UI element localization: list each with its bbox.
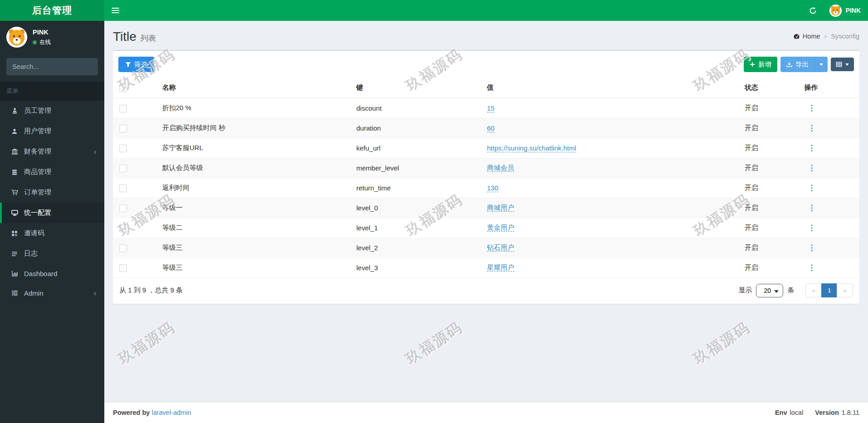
table-header-row: 名称 键 值 状态 操作 [113, 78, 859, 98]
refresh-icon [809, 7, 817, 15]
version-value: 1.8.11 [842, 409, 859, 416]
cell-key: discount [352, 98, 483, 118]
database-icon [10, 169, 19, 175]
table-row: 默认会员等级 member_level 商城会员 开启 ⋮ [113, 158, 859, 178]
cell-status: 开启 [740, 198, 800, 218]
plus-icon [750, 62, 755, 67]
user-name: PINK [846, 7, 861, 14]
row-checkbox[interactable] [119, 204, 127, 212]
cell-value-link[interactable]: 星耀用户 [487, 263, 514, 272]
per-page-label: 显示 [738, 286, 752, 295]
table-row: 等级三 level_3 星耀用户 开启 ⋮ [113, 258, 859, 278]
row-actions-button[interactable]: ⋮ [804, 203, 819, 213]
cell-value-link[interactable]: 130 [487, 184, 498, 192]
dashboard-icon [793, 33, 800, 40]
page-title-block: Title列表 [113, 29, 156, 44]
cell-name: 开启购买持续时间 秒 [158, 118, 352, 138]
cell-status: 开启 [740, 178, 800, 198]
page-subtitle: 列表 [141, 34, 156, 43]
sidebar-search [6, 58, 98, 75]
sidebar-toggle-button[interactable] [104, 0, 126, 21]
row-actions-button[interactable]: ⋮ [804, 143, 819, 153]
row-checkbox[interactable] [119, 145, 127, 152]
row-actions-button[interactable]: ⋮ [804, 263, 819, 272]
config-table: 名称 键 值 状态 操作 折扣20 % discount 15 开启 ⋮ 开启购… [113, 78, 859, 277]
row-checkbox[interactable] [119, 185, 127, 192]
sidebar-item-admin[interactable]: Admin ‹ [0, 283, 104, 303]
user-menu[interactable]: PINK [829, 0, 861, 21]
row-actions-button[interactable]: ⋮ [804, 223, 819, 233]
cell-name: 等级一 [158, 198, 352, 218]
cell-key: level_2 [352, 238, 483, 258]
main-footer: Powered by laravel-admin Envlocal Versio… [104, 402, 868, 423]
powered-by-label: Powered by [113, 409, 150, 416]
cell-value-link[interactable]: 黄金用户 [487, 224, 514, 232]
table-row: 等级三 level_2 钻石用户 开启 ⋮ [113, 238, 859, 258]
cell-value-link[interactable]: https://suning.su/chatlink.html [487, 144, 576, 152]
row-checkbox[interactable] [119, 165, 127, 172]
table-row: 等级二 level_1 黄金用户 开启 ⋮ [113, 218, 859, 238]
sidebar-item-staff[interactable]: 员工管理 ‹ [0, 101, 104, 121]
funnel-icon [125, 62, 131, 68]
cell-value-link[interactable]: 15 [487, 104, 495, 112]
cell-status: 开启 [740, 258, 800, 278]
sidebar-item-logs[interactable]: 日志 ‹ [0, 243, 104, 264]
version-label: Version [815, 409, 839, 416]
row-actions-button[interactable]: ⋮ [804, 123, 819, 133]
sidebar-item-dashboard[interactable]: Dashboard ‹ [0, 264, 104, 283]
table-grid-icon [836, 61, 842, 68]
sidebar-item-users[interactable]: 用户管理 ‹ [0, 121, 104, 141]
cell-name: 等级二 [158, 218, 352, 238]
row-checkbox[interactable] [119, 125, 127, 132]
cell-name: 苏宁客服URL [158, 138, 352, 158]
laravel-admin-link[interactable]: laravel-admin [151, 409, 191, 416]
sidebar: PINK 在线 菜单 员工管理 ‹ 用户管理 ‹ 财务管理 ‹ 商品管理 ‹ 订… [0, 21, 104, 423]
row-actions-button[interactable]: ⋮ [804, 243, 819, 253]
search-input[interactable] [6, 58, 98, 75]
sidebar-item-config[interactable]: 统一配置 ‹ [0, 203, 104, 223]
avatar [829, 5, 842, 17]
pagination-prev[interactable]: « [805, 283, 822, 297]
online-status-label: 在线 [39, 39, 51, 46]
table-row: 折扣20 % discount 15 开启 ⋮ [113, 98, 859, 118]
qrcode-icon [10, 230, 19, 237]
grid-box: 筛选 新增 导出 [113, 50, 859, 304]
pagination-next[interactable]: » [837, 283, 853, 297]
sidebar-user-name: PINK [33, 29, 51, 36]
column-selector-button[interactable] [831, 58, 854, 71]
sidebar-item-goods[interactable]: 商品管理 ‹ [0, 162, 104, 182]
column-header-value: 值 [483, 78, 740, 98]
select-all-checkbox[interactable] [119, 84, 127, 92]
pagination-page-1[interactable]: 1 [821, 283, 838, 297]
employee-icon [10, 107, 19, 114]
sidebar-item-orders[interactable]: 订单管理 ‹ [0, 182, 104, 203]
row-checkbox[interactable] [119, 264, 127, 272]
breadcrumb: Home > Sysconfig [793, 33, 859, 40]
page-size-select[interactable]: 20 [756, 284, 783, 297]
filter-button[interactable]: 筛选 [118, 57, 154, 72]
refresh-button[interactable] [807, 0, 819, 21]
row-checkbox[interactable] [119, 105, 127, 112]
export-button[interactable]: 导出 [780, 57, 814, 72]
row-actions-button[interactable]: ⋮ [804, 163, 819, 173]
cell-value-link[interactable]: 商城会员 [487, 164, 514, 172]
table-row: 等级一 level_0 商城用户 开启 ⋮ [113, 198, 859, 218]
cell-value-link[interactable]: 60 [487, 124, 495, 132]
content-area: Title列表 Home > Sysconfig 筛选 新增 [104, 21, 868, 402]
row-actions-button[interactable]: ⋮ [804, 183, 819, 193]
cell-value-link[interactable]: 钻石用户 [487, 243, 514, 252]
sidebar-item-finance[interactable]: 财务管理 ‹ [0, 141, 104, 162]
row-checkbox[interactable] [119, 244, 127, 252]
lines-icon [10, 251, 19, 257]
pagination: « 1 » [805, 283, 853, 297]
row-actions-button[interactable]: ⋮ [804, 103, 819, 113]
export-dropdown-toggle[interactable] [814, 57, 828, 72]
cell-value-link[interactable]: 商城用户 [487, 204, 514, 212]
sidebar-item-invite[interactable]: 邀请码 ‹ [0, 223, 104, 243]
bar-chart-icon [10, 270, 19, 277]
app-logo[interactable]: 后台管理 [0, 0, 104, 21]
add-button[interactable]: 新增 [744, 57, 777, 72]
cell-name: 默认会员等级 [158, 158, 352, 178]
row-checkbox[interactable] [119, 224, 127, 232]
breadcrumb-home-link[interactable]: Home [793, 33, 820, 40]
